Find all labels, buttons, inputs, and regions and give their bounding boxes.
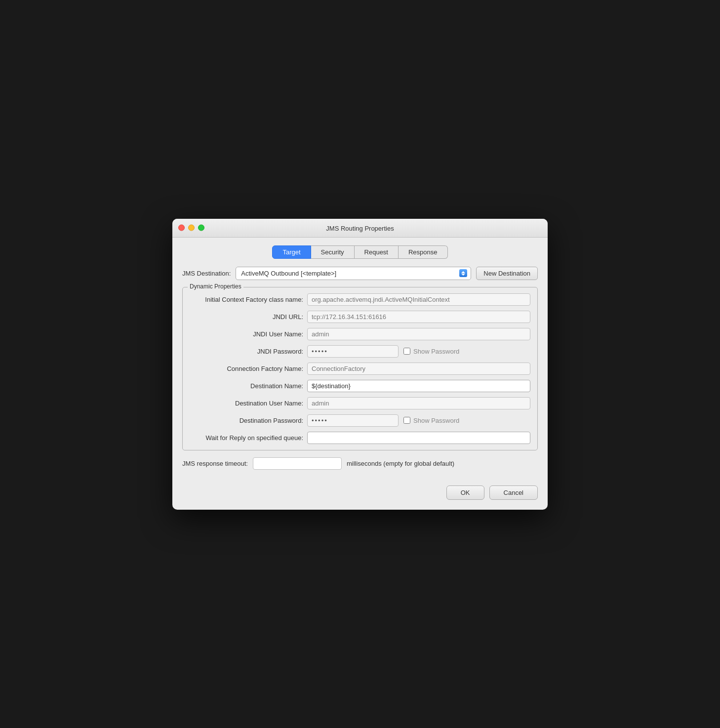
dest-show-password-label: Show Password	[413, 417, 459, 424]
jndi-show-password-label: Show Password	[413, 348, 459, 355]
window-body: Target Security Request Response JMS Des…	[172, 238, 548, 510]
tab-request[interactable]: Request	[355, 245, 399, 259]
input-connection-factory[interactable]	[307, 363, 530, 375]
dest-show-password-checkbox[interactable]	[403, 417, 410, 424]
tab-response[interactable]: Response	[399, 245, 448, 259]
label-destination-user-name: Destination User Name:	[190, 400, 303, 407]
main-window: JMS Routing Properties Target Security R…	[172, 219, 548, 510]
timeout-label: JMS response timeout:	[182, 460, 248, 467]
new-destination-button[interactable]: New Destination	[476, 267, 538, 280]
field-row-initial-context-factory: Initial Context Factory class name:	[190, 293, 530, 306]
field-row-wait-for-reply: Wait for Reply on specified queue:	[190, 432, 530, 444]
label-destination-name: Destination Name:	[190, 382, 303, 390]
input-destination-password[interactable]	[307, 414, 399, 427]
field-row-destination-user-name: Destination User Name:	[190, 397, 530, 409]
window-title: JMS Routing Properties	[326, 225, 394, 232]
label-jndi-password: JNDI Password:	[190, 348, 303, 355]
input-destination-name[interactable]	[307, 380, 530, 392]
field-row-jndi-password: JNDI Password: Show Password	[190, 345, 530, 358]
label-initial-context-factory: Initial Context Factory class name:	[190, 296, 303, 303]
button-row: OK Cancel	[182, 480, 538, 500]
minimize-button[interactable]	[188, 225, 195, 231]
input-wait-for-reply[interactable]	[307, 432, 530, 444]
destination-select-wrapper: ActiveMQ Outbound [<template>]	[236, 267, 471, 280]
label-jndi-url: JNDI URL:	[190, 313, 303, 321]
cancel-button[interactable]: Cancel	[489, 485, 538, 500]
label-connection-factory: Connection Factory Name:	[190, 365, 303, 372]
label-wait-for-reply: Wait for Reply on specified queue:	[190, 434, 303, 442]
field-row-jndi-user-name: JNDI User Name:	[190, 328, 530, 340]
jndi-show-password-checkbox[interactable]	[403, 348, 410, 355]
timeout-input[interactable]	[253, 457, 342, 470]
field-row-destination-password: Destination Password: Show Password	[190, 414, 530, 427]
timeout-suffix: milliseconds (empty for global default)	[347, 460, 454, 467]
input-jndi-user-name[interactable]	[307, 328, 530, 340]
destination-label: JMS Destination:	[182, 270, 231, 277]
input-initial-context-factory[interactable]	[307, 293, 530, 306]
input-destination-user-name[interactable]	[307, 397, 530, 409]
label-destination-password: Destination Password:	[190, 417, 303, 424]
tab-security[interactable]: Security	[311, 245, 355, 259]
traffic-lights	[178, 225, 204, 231]
tab-bar: Target Security Request Response	[182, 245, 538, 259]
label-jndi-user-name: JNDI User Name:	[190, 330, 303, 338]
jndi-password-row: Show Password	[307, 345, 530, 358]
jndi-show-password-wrapper: Show Password	[403, 348, 459, 355]
field-row-destination-name: Destination Name:	[190, 380, 530, 392]
maximize-button[interactable]	[198, 225, 204, 231]
dest-password-row: Show Password	[307, 414, 530, 427]
field-row-connection-factory: Connection Factory Name:	[190, 363, 530, 375]
tab-target[interactable]: Target	[272, 245, 311, 259]
input-jndi-url[interactable]	[307, 311, 530, 323]
timeout-row: JMS response timeout: milliseconds (empt…	[182, 457, 538, 470]
input-jndi-password[interactable]	[307, 345, 399, 358]
titlebar: JMS Routing Properties	[172, 219, 548, 238]
close-button[interactable]	[178, 225, 185, 231]
dest-show-password-wrapper: Show Password	[403, 417, 459, 424]
group-box-title: Dynamic Properties	[188, 283, 243, 290]
field-row-jndi-url: JNDI URL:	[190, 311, 530, 323]
destination-select[interactable]: ActiveMQ Outbound [<template>]	[236, 267, 471, 280]
dynamic-properties-group: Dynamic Properties Initial Context Facto…	[182, 287, 538, 450]
destination-row: JMS Destination: ActiveMQ Outbound [<tem…	[182, 267, 538, 280]
ok-button[interactable]: OK	[446, 485, 484, 500]
